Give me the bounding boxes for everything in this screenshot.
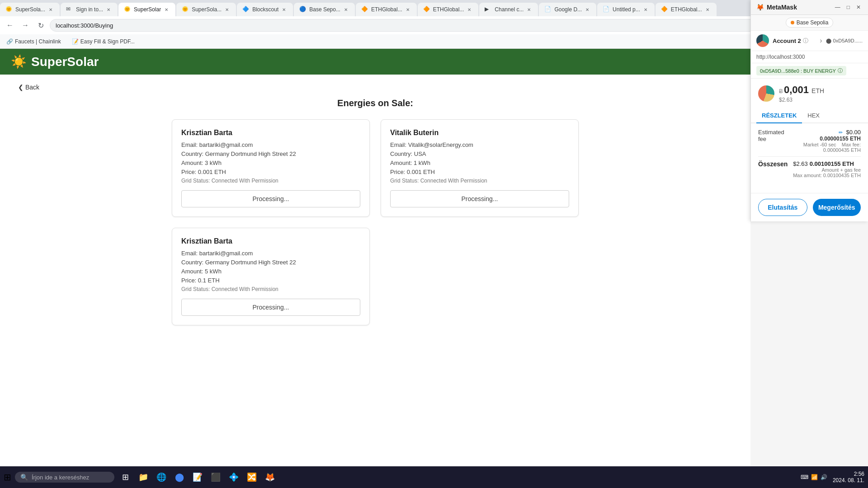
mm-network-label: Base Sepolia [797, 19, 829, 26]
card-1-name: Krisztian Barta [181, 129, 360, 137]
tab-11[interactable]: 📄 Untitled p... ✕ [597, 3, 655, 16]
tab-6[interactable]: 🔵 Base Sepo... ✕ [294, 3, 355, 16]
mm-account-info: Account 2 ⓘ [773, 37, 808, 45]
tab-5-favicon: 🔷 [242, 6, 250, 13]
taskbar-powershell-icon[interactable]: 💠 [226, 470, 241, 484]
tab-7[interactable]: 🔶 ETHGlobal... ✕ [356, 3, 417, 16]
taskbar-folder-icon[interactable]: 📁 [136, 470, 151, 484]
tab-10-favicon: 📄 [544, 6, 552, 13]
mm-action-buttons: Elutasítás Megerősítés [751, 193, 868, 221]
tab-3-close[interactable]: ✕ [163, 6, 170, 13]
tab-5[interactable]: 🔷 Blockscout ✕ [237, 3, 293, 16]
mm-contract-badge: 0xD5A9D...588e0 : BUY ENERGY ⓘ [756, 66, 846, 75]
tab-1[interactable]: 🌞 SuperSola... ✕ [0, 3, 60, 16]
tab-2-close[interactable]: ✕ [105, 6, 112, 13]
mm-total-eth: 0.00100155 ETH [810, 160, 854, 167]
tab-3[interactable]: 🌞 SuperSolar ✕ [118, 3, 175, 16]
forward-button[interactable]: → [19, 19, 32, 32]
reload-button[interactable]: ↻ [34, 19, 47, 32]
pdf-label: Easy Fill & Sign PDF... [80, 38, 135, 45]
bookmark-pdf[interactable]: 📝 Easy Fill & Sign PDF... [69, 38, 137, 46]
bookmark-chainlink[interactable]: 🔗 Faucets | Chainlink [4, 38, 64, 46]
mm-fee-section: Estimated fee ✏ $0.00 0.00000155 ETH Mar… [751, 123, 868, 193]
card-2-buy-button[interactable]: Processing... [390, 190, 569, 207]
mm-network-badge[interactable]: Base Sepolia [786, 18, 834, 28]
mm-close-button[interactable]: ✕ [854, 4, 863, 10]
mm-account-info-icon: ⓘ [803, 37, 808, 45]
mm-eth-b-symbol: Ƀ [779, 88, 783, 94]
edit-fee-icon[interactable]: ✏ [839, 130, 843, 135]
tab-3-label: SuperSolar [134, 6, 161, 13]
mm-tab-details[interactable]: RÉSZLETEK [756, 108, 802, 123]
mm-eth-usd: $2.63 [779, 97, 824, 103]
tab-11-close[interactable]: ✕ [642, 6, 649, 13]
tab-10-close[interactable]: ✕ [584, 6, 591, 13]
tab-4-favicon: 🌞 [182, 6, 189, 13]
mm-eth-display: Ƀ 0,001 ETH $2.63 [751, 79, 868, 108]
card-1-amount: Amount: 3 kWh [181, 160, 360, 166]
taskbar-extra-icon[interactable]: 🦊 [263, 470, 277, 484]
card-3-email: Email: bartariki@gmail.com [181, 250, 360, 257]
network-status-dot [791, 21, 794, 24]
tab-12-favicon: 🔶 [661, 6, 668, 13]
start-menu-button[interactable]: ⊞ [4, 472, 11, 483]
tab-9-label: Channel c... [495, 6, 524, 13]
browser-chrome: 🌞 SuperSola... ✕ ✉ Sign in to... ✕ 🌞 Sup… [0, 0, 868, 49]
back-button[interactable]: ← [4, 19, 16, 32]
tab-7-close[interactable]: ✕ [404, 6, 411, 13]
back-link[interactable]: ❮ Back [18, 84, 732, 91]
tab-1-close[interactable]: ✕ [47, 6, 54, 13]
taskbar-git-icon[interactable]: 🔀 [245, 470, 259, 484]
tab-2[interactable]: ✉ Sign in to... ✕ [61, 3, 118, 16]
logo: ☀️ SuperSolar [11, 54, 99, 69]
page-content: ☀️ SuperSolar ❮ Back Energies on Sale: K… [0, 49, 750, 488]
metamask-overlay: 🦊 MetaMask — □ ✕ Base Sepolia Account 2 … [750, 0, 868, 221]
address-input[interactable] [50, 19, 864, 32]
card-2-name: Vitalik Buterin [390, 129, 569, 137]
mm-account-nav-arrow[interactable]: › [820, 37, 822, 45]
tab-4-close[interactable]: ✕ [223, 6, 231, 13]
card-1-email: Email: bartariki@gmail.com [181, 141, 360, 148]
search-box[interactable]: 🔍 [15, 472, 114, 483]
tab-11-favicon: 📄 [603, 6, 610, 13]
tab-4[interactable]: 🌞 SuperSola... ✕ [176, 3, 236, 16]
tab-12-close[interactable]: ✕ [704, 6, 711, 13]
taskbar-keyboard-icon: ⌨ [801, 474, 808, 480]
tab-8[interactable]: 🔶 ETHGlobal... ✕ [418, 3, 479, 16]
mm-estimated-fee-label: Estimated fee [758, 129, 786, 142]
mm-total-value: $2.63 0.00100155 ETH Amount + gas fee Ma… [793, 160, 861, 178]
mm-confirm-button[interactable]: Megerősítés [813, 199, 861, 216]
card-1-grid-status: Grid Status: Connected With Permission [181, 178, 360, 184]
tab-2-label: Sign in to... [76, 6, 103, 13]
mm-reject-button[interactable]: Elutasítás [758, 199, 807, 216]
tab-10[interactable]: 📄 Google D... ✕ [539, 3, 596, 16]
tab-12[interactable]: 🔶 ETHGlobal... ✕ [656, 3, 717, 16]
card-1-buy-button[interactable]: Processing... [181, 190, 360, 207]
mm-title: 🦊 MetaMask [756, 4, 797, 11]
mm-total-row: Összesen $2.63 0.00100155 ETH Amount + g… [758, 160, 861, 178]
tab-9-close[interactable]: ✕ [525, 6, 533, 13]
taskbar-vscode-icon[interactable]: 📝 [190, 470, 205, 484]
address-bar: ← → ↻ [0, 16, 868, 34]
mm-minimize-button[interactable]: — [833, 4, 842, 10]
card-2-email: Email: Vitalik@solarEnergy.com [390, 141, 569, 148]
card-3-buy-button[interactable]: Processing... [181, 299, 360, 316]
mm-estimated-fee-usd-text: $0.00 [846, 129, 861, 136]
mm-account-name: Account 2 [773, 38, 801, 44]
taskbar-chrome-icon[interactable]: ⬤ [172, 470, 187, 484]
mm-amount-gas-label: Amount + gas fee [821, 167, 861, 173]
tab-5-close[interactable]: ✕ [280, 6, 288, 13]
search-input[interactable] [32, 474, 104, 481]
tab-8-close[interactable]: ✕ [466, 6, 473, 13]
mm-estimated-fee-eth: 0.00000155 ETH [786, 136, 861, 142]
taskbar-edge-icon[interactable]: 🌐 [154, 470, 169, 484]
mm-maximize-button[interactable]: □ [845, 4, 852, 10]
back-chevron-icon: ❮ [18, 84, 24, 91]
taskbar-terminal-icon[interactable]: ⬛ [208, 470, 223, 484]
taskbar-view-icon[interactable]: ⊞ [118, 470, 132, 484]
mm-tab-hex[interactable]: HEX [802, 108, 825, 123]
mm-max-amount-eth: 0.00100435 ETH [823, 173, 861, 178]
tab-6-close[interactable]: ✕ [342, 6, 349, 13]
taskbar-network-icon: 📶 [811, 474, 818, 480]
tab-9[interactable]: ▶ Channel c... ✕ [479, 3, 538, 16]
